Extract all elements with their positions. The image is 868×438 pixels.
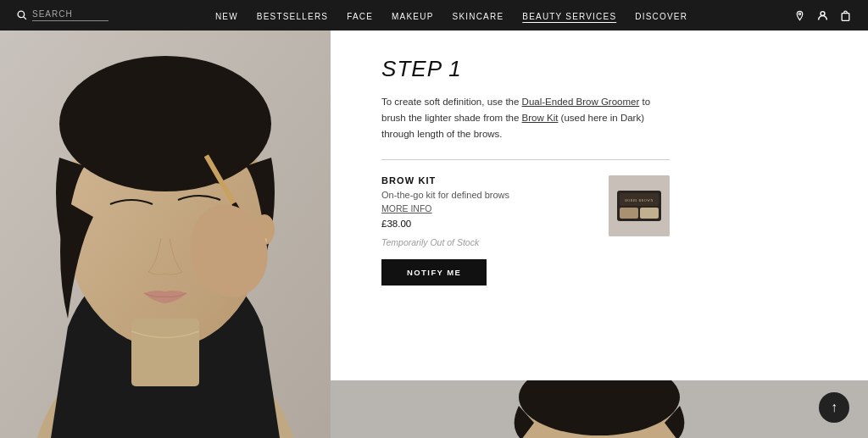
nav-item-skincare[interactable]: SKINCARE — [453, 8, 504, 23]
svg-point-2 — [798, 13, 800, 14]
product-card: BROW KIT On-the-go kit for defined brows… — [381, 175, 670, 286]
product-name: BROW KIT — [381, 175, 592, 186]
face-illustration — [0, 30, 331, 438]
step-image — [0, 30, 331, 438]
svg-rect-11 — [131, 319, 199, 386]
step-description: To create soft definition, use the Dual-… — [381, 94, 670, 142]
svg-rect-19 — [620, 208, 638, 219]
next-section-preview — [331, 380, 868, 438]
nav-item-bestsellers[interactable]: BESTSELLERS — [257, 8, 328, 23]
product-image-svg: BOBBI BROWN — [609, 175, 670, 236]
step-heading: STEP 1 — [381, 56, 826, 82]
product-info: BROW KIT On-the-go kit for defined brows… — [381, 175, 592, 286]
nav-item-new[interactable]: NEW — [215, 8, 238, 23]
stock-status: Temporarily Out of Stock — [381, 237, 592, 247]
svg-point-3 — [821, 11, 825, 15]
svg-text:BOBBI BROWN: BOBBI BROWN — [625, 198, 654, 202]
desc-before: To create soft definition, use the — [381, 97, 522, 107]
search-icon — [17, 10, 27, 20]
svg-point-0 — [18, 11, 25, 18]
scroll-to-top-button[interactable]: ↑ — [819, 392, 849, 423]
search-input[interactable] — [32, 9, 108, 21]
bag-icon[interactable] — [840, 10, 851, 21]
nav-item-makeup[interactable]: MAKEUP — [392, 8, 433, 23]
svg-rect-20 — [640, 208, 659, 219]
svg-point-8 — [59, 56, 271, 191]
nav-item-discover[interactable]: DISCOVER — [635, 8, 687, 23]
search-container[interactable] — [17, 9, 108, 21]
location-icon[interactable] — [794, 10, 805, 21]
nav-links: NEW BESTSELLERS FACE MAKEUP SKINCARE BEA… — [215, 8, 687, 23]
nav-item-face[interactable]: FACE — [347, 8, 373, 23]
section-divider — [381, 159, 670, 160]
product-image: BOBBI BROWN — [609, 175, 670, 236]
notify-me-button[interactable]: NOTIFY ME — [381, 259, 487, 286]
arrow-up-icon: ↑ — [831, 400, 837, 415]
product-price: £38.00 — [381, 219, 592, 229]
main-nav: NEW BESTSELLERS FACE MAKEUP SKINCARE BEA… — [0, 0, 868, 30]
nav-item-beauty-services[interactable]: BEAUTY SERVICES — [522, 8, 616, 23]
brow-kit-link[interactable]: Brow Kit — [522, 113, 559, 123]
account-icon[interactable] — [817, 10, 828, 21]
svg-line-1 — [24, 17, 26, 19]
more-info-link[interactable]: MORE INFO — [381, 203, 592, 213]
nav-icons — [794, 10, 851, 21]
main-content: STEP 1 To create soft definition, use th… — [0, 30, 868, 438]
svg-rect-4 — [842, 13, 849, 20]
bottom-preview — [331, 380, 868, 438]
dual-ended-link[interactable]: Dual-Ended Brow Groomer — [522, 97, 640, 107]
right-panel: STEP 1 To create soft definition, use th… — [331, 30, 868, 438]
product-description: On-the-go kit for defined brows — [381, 190, 592, 200]
